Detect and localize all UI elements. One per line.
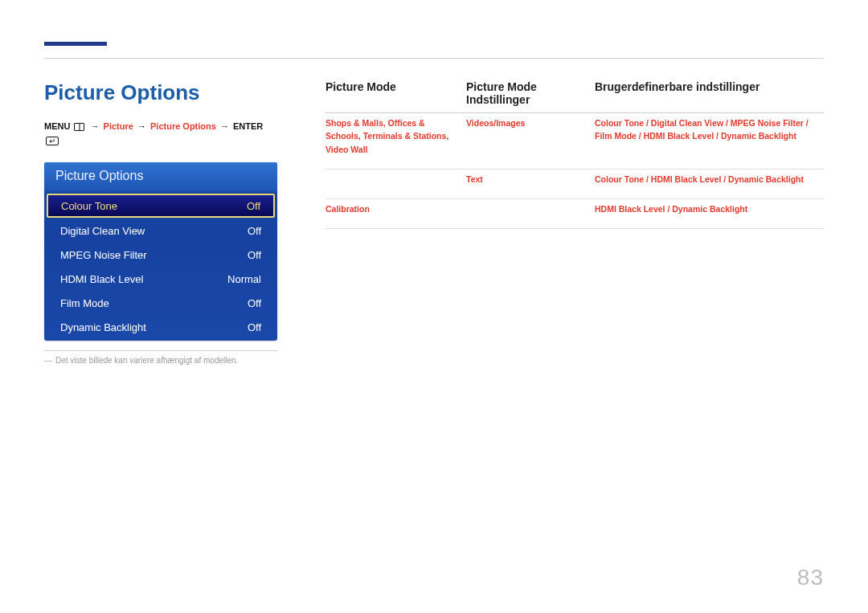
- footnote: ―Det viste billede kan variere afhængigt…: [44, 356, 277, 365]
- osd-item-value: Off: [248, 225, 261, 237]
- osd-item-value: Off: [248, 321, 261, 333]
- osd-item[interactable]: HDMI Black LevelNormal: [46, 267, 276, 291]
- breadcrumb-picture-options: Picture Options: [150, 121, 216, 131]
- osd-item[interactable]: Dynamic BacklightOff: [46, 315, 276, 339]
- arrow-icon: →: [219, 121, 231, 131]
- breadcrumb-enter: ENTER: [233, 121, 263, 131]
- table-header-col2: Picture Mode Indstillinger: [466, 80, 595, 113]
- osd-panel: Picture Options Colour ToneOffDigital Cl…: [44, 162, 277, 341]
- enter-icon: [46, 137, 59, 145]
- table-row: TextColour Tone / HDMI Black Level / Dyn…: [326, 169, 824, 198]
- osd-item-label: Colour Tone: [61, 200, 117, 212]
- osd-header: Picture Options: [44, 162, 277, 191]
- osd-item-value: Off: [248, 249, 261, 261]
- note-dash-icon: ―: [44, 356, 55, 365]
- page-title: Picture Options: [44, 80, 277, 105]
- table-cell: Text: [466, 169, 595, 198]
- breadcrumb-picture: Picture: [104, 121, 133, 131]
- table-row: CalibrationHDMI Black Level / Dynamic Ba…: [326, 199, 824, 229]
- table-cell: Calibration: [326, 199, 466, 229]
- note-rule: [44, 350, 277, 351]
- menu-icon: [74, 123, 84, 131]
- osd-item-label: Film Mode: [60, 297, 109, 309]
- table-cell: Colour Tone / HDMI Black Level / Dynamic…: [595, 169, 824, 198]
- osd-item-value: Off: [247, 200, 260, 212]
- osd-item[interactable]: Digital Clean ViewOff: [46, 219, 276, 243]
- osd-item[interactable]: MPEG Noise FilterOff: [46, 243, 276, 267]
- osd-item-label: Digital Clean View: [60, 225, 145, 237]
- footnote-text: Det viste billede kan variere afhængigt …: [55, 356, 238, 365]
- table-header-col3: Brugerdefinerbare indstillinger: [595, 80, 824, 113]
- osd-item-label: HDMI Black Level: [60, 273, 143, 285]
- osd-item[interactable]: Film ModeOff: [46, 291, 276, 315]
- osd-item-value: Off: [248, 297, 261, 309]
- osd-item-label: MPEG Noise Filter: [60, 249, 147, 261]
- osd-list: Colour ToneOffDigital Clean ViewOffMPEG …: [44, 191, 277, 341]
- osd-item-label: Dynamic Backlight: [60, 321, 146, 333]
- page-number: 83: [797, 565, 824, 591]
- settings-table: Picture Mode Picture Mode Indstillinger …: [326, 80, 824, 229]
- breadcrumb-menu: MENU: [44, 121, 70, 131]
- table-cell: Videos/Images: [466, 113, 595, 170]
- table-cell: [466, 199, 595, 229]
- osd-item[interactable]: Colour ToneOff: [47, 194, 275, 218]
- arrow-icon: →: [136, 121, 148, 131]
- table-cell: Shops & Malls, Offices & Schools, Termin…: [326, 113, 466, 170]
- header-accent-bar: [44, 42, 107, 46]
- table-cell: HDMI Black Level / Dynamic Backlight: [595, 199, 824, 229]
- table-row: Shops & Malls, Offices & Schools, Termin…: [326, 113, 824, 170]
- breadcrumb: MENU → Picture → Picture Options → ENTER: [44, 120, 277, 148]
- table-cell: Colour Tone / Digital Clean View / MPEG …: [595, 113, 824, 170]
- osd-item-value: Normal: [227, 273, 261, 285]
- arrow-icon: →: [89, 121, 101, 131]
- header-rule: [44, 58, 824, 59]
- table-header-col1: Picture Mode: [326, 80, 466, 113]
- table-cell: [326, 169, 466, 198]
